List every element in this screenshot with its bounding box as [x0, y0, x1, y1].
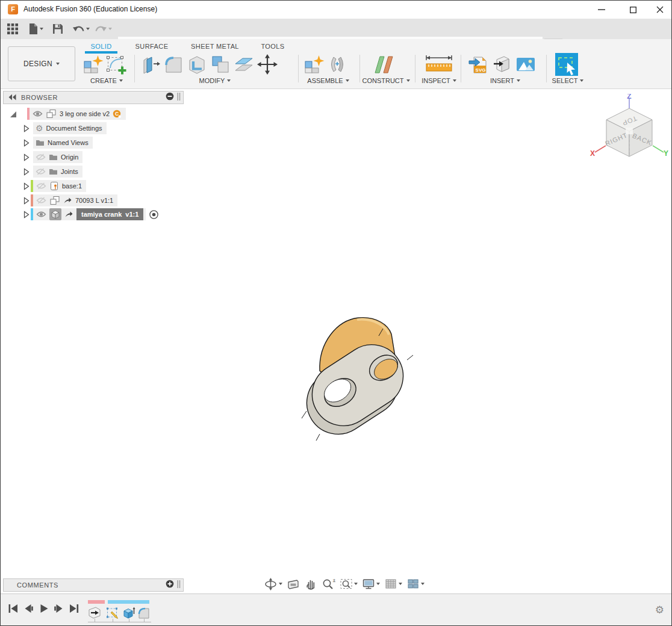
pan-button[interactable]: [303, 577, 318, 591]
folder-icon: [36, 139, 45, 146]
insert-group-label[interactable]: INSERT: [465, 76, 545, 85]
ribbon-separator: [298, 55, 299, 82]
expand-closed-icon[interactable]: [23, 168, 30, 176]
construct-group-label[interactable]: CONSTRUCT: [359, 76, 412, 85]
tree-row-70093[interactable]: 70093 L v1:1: [23, 194, 117, 207]
new-component-button[interactable]: [82, 54, 104, 75]
preferences-gear-button[interactable]: ⚙: [655, 604, 664, 616]
inspect-group-label[interactable]: INSPECT: [417, 76, 461, 85]
visibility-off-eye-icon[interactable]: [36, 197, 46, 204]
tree-row-base[interactable]: base:1: [23, 179, 86, 193]
select-group-label[interactable]: SELECT: [549, 76, 587, 85]
tab-sheet-metal[interactable]: SHEET METAL: [190, 40, 240, 52]
grid-settings-button[interactable]: [384, 577, 403, 591]
tab-tools[interactable]: TOOLS: [259, 40, 287, 52]
workspace-caret-icon: [56, 63, 60, 65]
close-button[interactable]: [651, 3, 669, 16]
expand-closed-icon[interactable]: [23, 211, 30, 218]
redo-button[interactable]: [93, 21, 113, 37]
insert-derive-button[interactable]: [491, 54, 513, 75]
timeline-step-forward-button[interactable]: [52, 603, 65, 615]
timeline-feature-sketch[interactable]: [105, 606, 120, 620]
tree-row-document-settings[interactable]: ⚙ Document Settings: [23, 122, 107, 135]
visibility-off-eye-icon[interactable]: [36, 153, 46, 161]
display-settings-button[interactable]: [361, 577, 381, 591]
activate-component-radio[interactable]: [149, 209, 159, 220]
fillet-button[interactable]: [163, 54, 184, 75]
viewcube-x-axis-label: X: [590, 149, 595, 158]
tree-row-joints[interactable]: Joints: [23, 165, 82, 178]
select-button[interactable]: [555, 54, 579, 75]
construct-plane-button[interactable]: [370, 54, 397, 75]
combine-button[interactable]: [210, 54, 231, 75]
browser-collapse-all-button[interactable]: [166, 92, 174, 103]
joint-button[interactable]: [326, 54, 348, 75]
construct-caret-icon: [406, 79, 410, 82]
visibility-eye-icon[interactable]: [36, 211, 46, 218]
redo-caret-icon: [108, 28, 112, 30]
grid-caret-icon: [399, 583, 402, 585]
browser-panel-grip[interactable]: [177, 92, 181, 103]
timeline-feature-derive[interactable]: [87, 606, 102, 620]
assemble-group-label[interactable]: ASSEMBLE: [300, 76, 356, 85]
expand-closed-icon[interactable]: [23, 197, 30, 205]
select-group-icons: [555, 54, 579, 75]
tab-surface[interactable]: SURFACE: [132, 40, 172, 52]
zoom-button[interactable]: ±: [321, 577, 336, 591]
look-at-button[interactable]: [286, 577, 300, 591]
press-pull-button[interactable]: [139, 54, 161, 75]
visibility-eye-icon[interactable]: [33, 110, 43, 117]
workspace-selector[interactable]: DESIGN: [8, 46, 75, 81]
shell-button[interactable]: [186, 54, 208, 75]
timeline-play-button[interactable]: [37, 603, 51, 615]
fit-button[interactable]: [339, 577, 358, 591]
timeline-ruler[interactable]: [88, 622, 151, 622]
timeline-step-back-button[interactable]: [22, 603, 36, 615]
visibility-off-eye-icon[interactable]: [36, 168, 46, 175]
collapse-browser-button[interactable]: [8, 92, 16, 103]
redo-icon: [95, 24, 107, 34]
extrude-feature-icon: [122, 606, 136, 620]
tree-row-named-views[interactable]: Named Views: [23, 136, 93, 149]
viewcube-z-axis-label: Z: [627, 94, 631, 101]
expand-open-icon[interactable]: [9, 110, 17, 118]
tree-row-origin[interactable]: Origin: [23, 150, 82, 164]
viewport-canvas[interactable]: BROWSER: [1, 89, 671, 593]
add-comment-button[interactable]: [166, 580, 174, 590]
modify-group-label[interactable]: MODIFY: [138, 76, 292, 85]
create-sketch-button[interactable]: [105, 54, 127, 75]
insert-svg-button[interactable]: SVG: [468, 54, 490, 75]
canvas-button[interactable]: [515, 54, 537, 75]
timeline-go-to-start-button[interactable]: [7, 603, 20, 615]
tree-row-tamiya-crank[interactable]: tamiya crank v1:1: [23, 208, 159, 221]
file-menu-button[interactable]: [27, 21, 45, 37]
orbit-button[interactable]: [263, 577, 283, 591]
look-at-icon: [287, 577, 300, 590]
timeline-feature-fillet[interactable]: [137, 606, 151, 620]
assemble-new-component-button[interactable]: [303, 54, 325, 75]
tree-item-label: Origin: [61, 153, 78, 161]
expand-closed-icon[interactable]: [23, 153, 30, 161]
undo-button[interactable]: [71, 21, 91, 37]
expand-closed-icon[interactable]: [23, 125, 30, 132]
timeline-go-to-end-button[interactable]: [67, 603, 80, 615]
viewports-button[interactable]: [406, 577, 425, 591]
comments-panel-grip[interactable]: [177, 580, 181, 590]
tree-row-root[interactable]: 3 leg one side v2 C: [9, 107, 126, 120]
move-copy-button[interactable]: [257, 54, 278, 75]
play-icon: [39, 604, 49, 613]
create-group-label[interactable]: CREATE: [79, 76, 134, 85]
model-tamiya-crank[interactable]: [288, 300, 433, 450]
expand-closed-icon[interactable]: [23, 139, 30, 147]
app-grid-button[interactable]: [6, 21, 19, 37]
timeline-feature-extrude[interactable]: [122, 606, 136, 620]
measure-button[interactable]: [422, 54, 456, 75]
offset-face-button[interactable]: [233, 54, 255, 75]
minimize-button[interactable]: [593, 3, 611, 16]
maximize-button[interactable]: [624, 3, 642, 16]
expand-closed-icon[interactable]: [23, 182, 30, 190]
visibility-off-eye-icon[interactable]: [36, 182, 46, 190]
view-cube[interactable]: TOP RIGHT BACK Z X Y: [590, 94, 669, 167]
tab-solid[interactable]: SOLID: [85, 40, 117, 52]
save-button[interactable]: [51, 21, 64, 37]
